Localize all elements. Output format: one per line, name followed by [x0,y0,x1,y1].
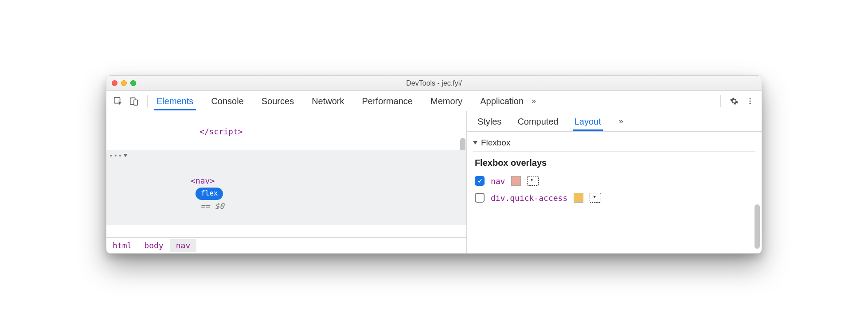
overlay-row-nav: nav [473,173,755,190]
scrollbar-thumb[interactable] [755,204,760,249]
dom-line-a[interactable]: <a id="logo" href="/">Page title</a> [106,225,466,237]
breadcrumb-body[interactable]: body [138,239,169,252]
inspect-element-icon[interactable] [111,94,125,108]
overlay-name[interactable]: div.quick-access [491,193,567,203]
svg-point-5 [750,102,751,104]
breadcrumb: html body nav [106,237,466,253]
subtab-layout[interactable]: Layout [573,112,603,130]
expand-arrow-icon[interactable] [123,154,128,159]
elements-pane: </script​> <nav> flex == $0 <a id="logo"… [106,111,467,253]
devtools-window: DevTools - jec.fyi/ Elements Console Sou… [106,75,762,254]
sidebar-pane: Styles Computed Layout » Flexbox Flexbox… [467,111,762,253]
settings-gear-icon[interactable] [727,94,741,108]
tab-sources[interactable]: Sources [259,92,297,110]
kebab-menu-icon[interactable] [743,94,757,108]
highlight-element-icon[interactable] [527,176,539,186]
window-title: DevTools - jec.fyi/ [106,79,762,87]
tab-console[interactable]: Console [208,92,246,110]
subtab-styles[interactable]: Styles [476,112,503,130]
more-tabs-icon[interactable]: » [528,96,540,106]
content-area: </script​> <nav> flex == $0 <a id="logo"… [106,111,762,253]
svg-point-3 [750,98,751,99]
device-toolbar-icon[interactable] [127,94,141,108]
subtab-computed[interactable]: Computed [516,112,560,130]
color-swatch[interactable] [574,193,583,203]
sidebar-tabs: Styles Computed Layout » [467,111,762,132]
tab-performance[interactable]: Performance [360,92,416,110]
svg-point-4 [750,100,751,102]
tab-elements[interactable]: Elements [154,92,196,110]
dom-tree[interactable]: </script​> <nav> flex == $0 <a id="logo"… [106,111,466,237]
color-swatch[interactable] [511,176,521,186]
main-tabs-row: Elements Console Sources Network Perform… [106,91,762,111]
tab-network[interactable]: Network [309,92,347,110]
flexbox-section-header[interactable]: Flexbox [473,135,755,152]
breadcrumb-html[interactable]: html [106,239,138,252]
separator [720,95,721,107]
dom-line-script-close[interactable]: </script​> [106,113,466,150]
dom-line-nav[interactable]: <nav> flex == $0 [106,150,466,225]
highlight-element-icon[interactable] [590,193,601,203]
breadcrumb-nav[interactable]: nav [170,239,197,252]
tab-memory[interactable]: Memory [428,92,465,110]
main-tabs: Elements Console Sources Network Perform… [154,92,526,110]
overlay-row-quick-access: div.quick-access [473,190,755,207]
overlay-checkbox-nav[interactable] [475,176,485,186]
svg-rect-2 [134,100,137,105]
overlay-name[interactable]: nav [491,176,505,186]
separator [147,95,148,107]
overlay-checkbox-quick-access[interactable] [475,193,485,203]
layout-panel-body: Flexbox Flexbox overlays nav div.quick-a… [467,132,762,253]
section-title: Flexbox [481,138,511,148]
flex-badge[interactable]: flex [195,188,223,200]
more-subtabs-icon[interactable]: » [615,117,627,126]
flexbox-overlays-heading: Flexbox overlays [475,158,754,168]
disclosure-triangle-icon [473,141,477,145]
titlebar: DevTools - jec.fyi/ [106,76,762,91]
tab-application[interactable]: Application [477,92,526,110]
